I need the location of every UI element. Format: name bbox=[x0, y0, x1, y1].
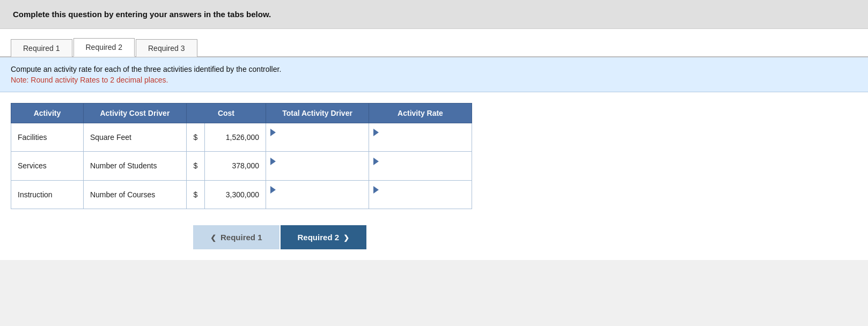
instruction-area: Compute an activity rate for each of the… bbox=[0, 57, 868, 92]
cell-cost-val-3: 3,300,000 bbox=[204, 180, 266, 209]
table-row: Services Number of Students $ 378,000 bbox=[11, 152, 472, 180]
cell-rate-3[interactable] bbox=[369, 180, 472, 209]
cell-activity-2: Services bbox=[11, 152, 84, 180]
cell-cost-val-1: 1,526,000 bbox=[204, 123, 266, 152]
tab-required-1[interactable]: Required 1 bbox=[11, 39, 72, 57]
col-header-activity: Activity bbox=[11, 103, 84, 123]
page-wrapper: Complete this question by entering your … bbox=[0, 0, 868, 326]
col-header-driver: Activity Cost Driver bbox=[83, 103, 186, 123]
cell-driver-3: Number of Courses bbox=[83, 180, 186, 209]
prev-button[interactable]: Required 1 bbox=[193, 225, 279, 249]
cell-total-1[interactable] bbox=[266, 123, 369, 152]
cell-cost-val-2: 378,000 bbox=[204, 152, 266, 180]
prev-button-label: Required 1 bbox=[220, 233, 262, 242]
cell-activity-3: Instruction bbox=[11, 180, 84, 209]
cell-total-3[interactable] bbox=[266, 180, 369, 209]
input-activity-rate-1[interactable] bbox=[373, 136, 465, 147]
next-button[interactable]: Required 2 bbox=[281, 225, 367, 249]
cell-activity-1: Facilities bbox=[11, 123, 84, 152]
col-header-cost: Cost bbox=[186, 103, 266, 123]
input-total-driver-2[interactable] bbox=[270, 165, 362, 176]
input-total-driver-3[interactable] bbox=[270, 194, 362, 204]
cell-driver-1: Square Feet bbox=[83, 123, 186, 152]
cell-total-2[interactable] bbox=[266, 152, 369, 180]
tab-required-2[interactable]: Required 2 bbox=[73, 38, 135, 57]
chevron-right-icon bbox=[343, 233, 349, 242]
col-header-rate: Activity Rate bbox=[369, 103, 472, 123]
tab-required-3[interactable]: Required 3 bbox=[136, 39, 197, 57]
input-activity-rate-2[interactable] bbox=[373, 165, 465, 176]
arrow-icon-1 bbox=[270, 129, 276, 136]
cell-driver-2: Number of Students bbox=[83, 152, 186, 180]
cell-cost-sym-1: $ bbox=[186, 123, 204, 152]
activity-table: Activity Activity Cost Driver Cost Total… bbox=[11, 103, 472, 209]
instruction-note: Note: Round activity Rates to 2 decimal … bbox=[11, 76, 857, 84]
input-activity-rate-3[interactable] bbox=[373, 194, 465, 204]
header-banner: Complete this question by entering your … bbox=[0, 0, 868, 29]
input-total-driver-1[interactable] bbox=[270, 136, 362, 147]
nav-buttons: Required 1 Required 2 bbox=[0, 214, 868, 260]
col-header-total: Total Activity Driver bbox=[266, 103, 369, 123]
cell-rate-2[interactable] bbox=[369, 152, 472, 180]
cell-rate-1[interactable] bbox=[369, 123, 472, 152]
cell-cost-sym-2: $ bbox=[186, 152, 204, 180]
table-row: Facilities Square Feet $ 1,526,000 bbox=[11, 123, 472, 152]
next-button-label: Required 2 bbox=[298, 233, 340, 242]
instruction-main: Compute an activity rate for each of the… bbox=[11, 65, 857, 73]
arrow-icon-rate-2 bbox=[373, 158, 379, 165]
header-text: Complete this question by entering your … bbox=[13, 10, 271, 19]
arrow-icon-rate-3 bbox=[373, 186, 379, 194]
arrow-icon-2 bbox=[270, 158, 276, 165]
table-area: Activity Activity Cost Driver Cost Total… bbox=[0, 92, 868, 214]
tab-container: Required 1 Required 2 Required 3 bbox=[0, 29, 868, 57]
arrow-icon-rate-1 bbox=[373, 129, 379, 136]
chevron-left-icon bbox=[210, 233, 216, 242]
arrow-icon-3 bbox=[270, 186, 276, 194]
table-row: Instruction Number of Courses $ 3,300,00… bbox=[11, 180, 472, 209]
cell-cost-sym-3: $ bbox=[186, 180, 204, 209]
